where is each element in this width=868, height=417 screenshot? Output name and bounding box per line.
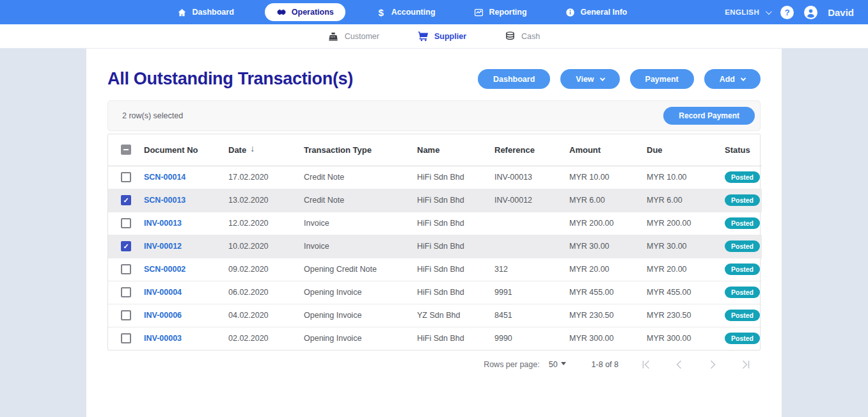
cell-name: HiFi Sdn Bhd	[417, 166, 494, 189]
column-header-type[interactable]: Transaction Type	[304, 134, 417, 166]
cell-reference: INV-00013	[494, 166, 569, 189]
user-icon[interactable]	[804, 6, 817, 19]
row-checkbox[interactable]	[121, 195, 131, 205]
help-icon[interactable]: ?	[780, 6, 794, 19]
column-header-due[interactable]: Due	[647, 134, 725, 166]
dropdown-arrow-icon	[561, 362, 566, 365]
page-title: All Outstanding Transaction(s)	[107, 69, 353, 89]
cell-amount: MYR 20.00	[569, 258, 647, 281]
cell-name: HiFi Sdn Bhd	[417, 281, 494, 304]
cell-due: MYR 230.50	[647, 304, 725, 327]
cell-name: HiFi Sdn Bhd	[417, 235, 494, 258]
cell-reference: 9991	[494, 281, 569, 304]
status-badge: Posted	[725, 333, 760, 344]
table-row: INV-0001210.02.2020InvoiceHiFi Sdn BhdMY…	[108, 235, 762, 258]
nav-accounting[interactable]: $ Accounting	[368, 4, 443, 20]
dashboard-button-label: Dashboard	[493, 75, 535, 84]
nav-reporting[interactable]: Reporting	[466, 4, 535, 20]
cell-name: HiFi Sdn Bhd	[417, 212, 494, 235]
chevron-down-icon	[766, 8, 772, 15]
column-header-amount[interactable]: Amount	[569, 134, 647, 166]
row-checkbox[interactable]	[121, 172, 131, 182]
cell-amount: MYR 30.00	[569, 235, 647, 258]
record-payment-button[interactable]: Record Payment	[663, 107, 755, 125]
nav-dashboard[interactable]: Dashboard	[169, 4, 241, 20]
document-link[interactable]: INV-00004	[144, 288, 182, 297]
cell-due: MYR 20.00	[647, 258, 725, 281]
cell-type: Opening Invoice	[304, 304, 417, 327]
cell-date: 17.02.2020	[228, 166, 304, 189]
view-dropdown-button[interactable]: View	[560, 69, 619, 89]
nav-operations[interactable]: Operations	[265, 3, 345, 21]
pagination-next-button[interactable]	[707, 359, 718, 370]
document-link[interactable]: SCN-00013	[144, 196, 185, 205]
pagination-prev-button[interactable]	[674, 359, 685, 370]
payment-button-label: Payment	[645, 75, 679, 84]
rows-per-page-select[interactable]: 50	[549, 360, 566, 369]
chart-icon	[474, 7, 484, 17]
row-checkbox[interactable]	[121, 241, 131, 251]
pagination-last-button[interactable]	[740, 359, 752, 370]
dashboard-button[interactable]: Dashboard	[478, 69, 550, 89]
table-row: INV-0001312.02.2020InvoiceHiFi Sdn BhdMY…	[108, 212, 762, 235]
table-row: SCN-0001417.02.2020Credit NoteHiFi Sdn B…	[108, 166, 762, 189]
row-checkbox[interactable]	[121, 218, 131, 228]
chevron-down-icon	[599, 75, 604, 81]
cell-type: Invoice	[304, 212, 417, 235]
column-header-reference[interactable]: Reference	[494, 134, 569, 166]
cell-type: Invoice	[304, 235, 417, 258]
pagination-first-button[interactable]	[640, 359, 652, 370]
document-link[interactable]: INV-00012	[144, 242, 182, 251]
subnav-supplier[interactable]: Supplier	[418, 31, 466, 42]
row-checkbox[interactable]	[121, 264, 131, 274]
column-header-date[interactable]: Date↓	[228, 134, 304, 166]
row-checkbox[interactable]	[121, 287, 131, 297]
document-link[interactable]: INV-00013	[144, 219, 182, 228]
subnav-cash[interactable]: Cash	[505, 31, 540, 42]
home-icon	[177, 7, 187, 17]
column-header-status[interactable]: Status	[725, 134, 762, 166]
row-checkbox[interactable]	[121, 310, 131, 320]
cell-reference: 8451	[494, 304, 569, 327]
chevron-down-icon	[741, 75, 746, 81]
add-dropdown-button[interactable]: Add	[704, 69, 761, 89]
table-row: SCN-0000209.02.2020Opening Credit NoteHi…	[108, 258, 762, 281]
cell-name: HiFi Sdn Bhd	[417, 258, 494, 281]
nav-general-info[interactable]: General Info	[558, 4, 635, 20]
status-badge: Posted	[725, 264, 760, 275]
top-nav-right: ENGLISH ? David	[725, 0, 854, 24]
document-link[interactable]: SCN-00014	[144, 173, 185, 182]
select-all-checkbox[interactable]	[121, 145, 131, 155]
sort-desc-icon: ↓	[250, 143, 255, 153]
cell-type: Opening Credit Note	[304, 258, 417, 281]
status-badge: Posted	[725, 217, 760, 229]
document-link[interactable]: INV-00003	[144, 334, 182, 343]
title-row: All Outstanding Transaction(s) Dashboard…	[107, 69, 761, 89]
cell-reference: 9990	[494, 327, 569, 350]
language-selector[interactable]: ENGLISH	[725, 8, 770, 16]
top-nav-items: Dashboard Operations $ Accounting Report…	[169, 3, 635, 21]
cell-date: 02.02.2020	[228, 327, 304, 350]
payment-button[interactable]: Payment	[630, 69, 694, 89]
cell-date: 13.02.2020	[228, 189, 304, 212]
sub-navigation: Customer Supplier Cash	[0, 24, 868, 49]
subnav-customer[interactable]: Customer	[328, 31, 379, 42]
cell-reference: INV-00012	[494, 189, 569, 212]
record-payment-label: Record Payment	[679, 111, 739, 120]
column-header-name[interactable]: Name	[417, 134, 494, 166]
document-link[interactable]: SCN-00002	[144, 265, 185, 274]
cell-date: 06.02.2020	[228, 281, 304, 304]
nav-label: General Info	[581, 8, 627, 17]
cell-amount: MYR 6.00	[569, 189, 647, 212]
cell-date: 04.02.2020	[228, 304, 304, 327]
cell-amount: MYR 10.00	[569, 166, 647, 189]
cell-due: MYR 10.00	[647, 166, 725, 189]
table-row: INV-0000604.02.2020Opening InvoiceYZ Sdn…	[108, 304, 762, 327]
selection-count-text: 2 row(s) selected	[122, 111, 183, 120]
document-link[interactable]: INV-00006	[144, 311, 182, 320]
column-header-document-no[interactable]: Document No	[144, 134, 228, 166]
cell-amount: MYR 200.00	[569, 212, 647, 235]
row-checkbox[interactable]	[121, 333, 131, 343]
nav-label: Accounting	[391, 8, 436, 17]
cell-amount: MYR 455.00	[569, 281, 647, 304]
